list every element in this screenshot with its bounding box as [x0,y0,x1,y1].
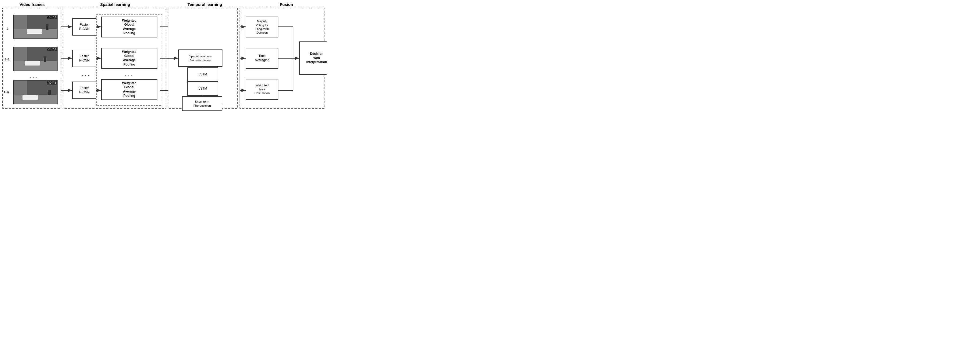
faster-rcnn-1: FasterR-CNN [72,18,96,36]
wgap-3: WeightedGlobalAveragePooling [101,79,158,100]
section-header-temporal: Temporal learning [177,2,233,7]
weighted-area: WeightedAreaCalculation [246,79,278,100]
section-header-spatial: Spatial learning [75,2,155,7]
time-label-t: t [7,27,8,30]
decision-interpretation: DecisionwithInterpretation [299,41,326,75]
ellipsis-frames: · · · [29,75,37,81]
video-frame-t: RD:7.8 [13,15,57,39]
video-frame-tn: RD:7.8 [13,80,57,104]
diagram: Video frames Spatial learning Temporal l… [0,0,326,112]
video-frame-t1: RD:7.8 [13,47,57,71]
frame-t-timestamp: RD:7.8 [47,16,57,19]
wgap-2: WeightedGlobalAveragePooling [101,48,158,69]
faster-rcnn-2: FasterR-CNN [72,50,96,67]
time-label-t1: t+1 [5,57,10,61]
section-header-video: Video frames [11,2,54,7]
lstm-1: LSTM [188,67,218,82]
time-label-tn: t+n [4,90,9,94]
short-term-fire: Short-termFire decision [182,96,222,111]
faster-rcnn-3: FasterR-CNN [72,82,96,99]
spatial-features-summary: Spatial FeaturesSummarization [178,49,223,67]
majority-voting: MajorityVoting forLong-termDecision [246,17,278,37]
ellipsis-cnn: · · · [82,72,89,78]
frame-tn-timestamp: RD:7.8 [47,81,57,84]
section-header-fusion: Fusion [257,2,316,7]
lstm-2: LSTM [188,82,218,96]
ellipsis-wgap: · · · [124,73,132,79]
time-averaging: TimeAveraging [246,48,278,69]
frame-t1-timestamp: RD:7.8 [47,48,57,51]
wgap-1: WeightedGlobalAveragePooling [101,17,158,37]
